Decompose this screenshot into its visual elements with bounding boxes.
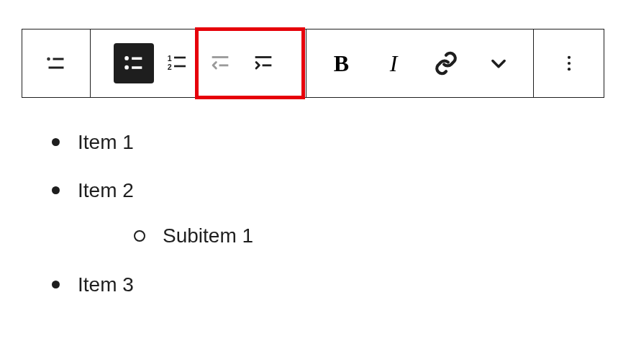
outdent-button[interactable]: [200, 43, 240, 83]
toolbar-group-formatting: B I: [306, 29, 534, 97]
toolbar-group-options: [534, 29, 604, 97]
list-item[interactable]: Item 1: [47, 128, 614, 156]
toolbar-group-block-type: [22, 29, 91, 97]
list-item-text: Item 1: [78, 131, 134, 153]
italic-button[interactable]: I: [373, 43, 414, 83]
more-rich-text-button[interactable]: [478, 43, 519, 83]
ordered-list-button[interactable]: 1 2: [157, 43, 197, 83]
list-block-content[interactable]: Item 1 Item 2 Subitem 1 Item 3: [22, 128, 614, 299]
svg-rect-6: [132, 66, 142, 69]
list-block-icon: [43, 50, 69, 76]
list-item[interactable]: Item 2 Subitem 1: [47, 176, 614, 250]
bulleted-list: Item 1 Item 2 Subitem 1 Item 3: [47, 128, 614, 299]
svg-text:1: 1: [167, 54, 171, 63]
link-button[interactable]: [426, 43, 466, 83]
svg-rect-8: [174, 57, 186, 59]
numbered-list-icon: 1 2: [165, 52, 188, 75]
list-item[interactable]: Item 3: [47, 270, 614, 299]
svg-point-0: [48, 58, 50, 60]
toolbar-group-list-controls: 1 2: [91, 29, 306, 97]
bold-icon: B: [334, 50, 349, 77]
svg-point-17: [567, 68, 570, 70]
block-toolbar: 1 2 B I: [22, 29, 604, 98]
more-vertical-icon: [559, 53, 579, 73]
svg-rect-10: [174, 65, 186, 68]
bullet-list-icon: [122, 51, 146, 76]
link-icon: [434, 51, 458, 76]
svg-point-3: [124, 56, 129, 60]
bold-button[interactable]: B: [321, 43, 361, 83]
svg-point-16: [567, 62, 570, 65]
list-item-text: Subitem 1: [163, 224, 253, 247]
block-type-button[interactable]: [36, 43, 76, 83]
chevron-down-icon: [489, 53, 509, 73]
outdent-icon: [208, 51, 232, 76]
italic-icon: I: [390, 50, 398, 77]
indent-icon: [251, 51, 276, 76]
list-item-text: Item 3: [78, 273, 134, 296]
svg-point-15: [567, 56, 570, 59]
options-button[interactable]: [549, 43, 589, 83]
list-item-text: Item 2: [78, 179, 134, 201]
unordered-list-button[interactable]: [114, 43, 154, 83]
svg-text:2: 2: [167, 63, 171, 71]
svg-rect-4: [132, 58, 142, 60]
svg-point-5: [124, 65, 129, 70]
list-item[interactable]: Subitem 1: [78, 222, 614, 250]
indent-button[interactable]: [243, 43, 283, 83]
nested-list: Subitem 1: [78, 222, 614, 250]
